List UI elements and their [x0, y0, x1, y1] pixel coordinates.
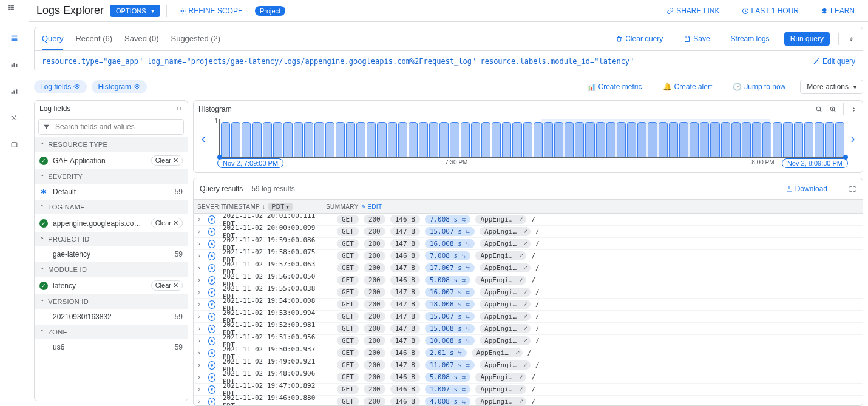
- useragent-tag[interactable]: AppEngine-Go…⤢: [475, 251, 526, 260]
- histogram-bar[interactable]: [388, 122, 397, 157]
- facet-group-header[interactable]: ⌃ RESOURCE TYPE: [35, 137, 188, 152]
- learn-button[interactable]: LEARN: [815, 4, 861, 18]
- histogram-bar[interactable]: [502, 122, 511, 157]
- clear-filter-chip[interactable]: Clear ✕: [151, 155, 183, 166]
- nav-storage-icon[interactable]: [7, 137, 22, 152]
- stream-logs-button[interactable]: Stream logs: [725, 32, 776, 46]
- col-timestamp[interactable]: TIMESTAMP ↓ PDT ▾: [219, 203, 322, 211]
- time-range-button[interactable]: LAST 1 HOUR: [736, 4, 805, 18]
- facet-group-header[interactable]: ⌃ ZONE: [35, 325, 188, 339]
- more-actions-button[interactable]: More actions: [800, 80, 863, 94]
- histogram-bar[interactable]: [439, 122, 449, 157]
- nav-dashboards-icon[interactable]: [7, 57, 22, 72]
- facet-group-header[interactable]: ⌃ VERSION ID: [35, 294, 188, 309]
- useragent-tag[interactable]: AppEngine-Go…⤢: [472, 348, 523, 357]
- histogram-bar[interactable]: [512, 122, 521, 157]
- clear-query-button[interactable]: Clear query: [609, 32, 669, 46]
- histogram-bar[interactable]: [346, 122, 355, 157]
- useragent-tag[interactable]: AppEngine-Go…⤢: [475, 276, 526, 285]
- facet-item[interactable]: ✓appengine.googleapis.com/requ…Clear ✕: [35, 214, 188, 232]
- histogram-bar[interactable]: [283, 122, 293, 157]
- expand-row-icon[interactable]: ›: [194, 215, 205, 223]
- expand-row-icon[interactable]: ›: [194, 325, 205, 333]
- histogram-selection[interactable]: [541, 119, 770, 157]
- facet-item[interactable]: 20210930t16383259: [35, 309, 188, 325]
- expand-row-icon[interactable]: ›: [194, 264, 205, 272]
- useragent-tag[interactable]: AppEngine-Go…⤢: [475, 373, 526, 382]
- run-query-button[interactable]: Run query: [784, 32, 830, 46]
- query-string-input[interactable]: resource.type="gae_app" log_name="projec…: [35, 50, 863, 72]
- tab-query[interactable]: Query: [42, 27, 63, 50]
- histogram-bar[interactable]: [492, 122, 501, 157]
- expand-row-icon[interactable]: ›: [194, 349, 205, 357]
- histogram-bar[interactable]: [773, 122, 782, 157]
- histogram-bar[interactable]: [398, 122, 407, 157]
- useragent-tag[interactable]: AppEngine-Go…⤢: [480, 360, 531, 370]
- histogram-bar[interactable]: [481, 122, 490, 157]
- facet-group-header[interactable]: ⌃ LOG NAME: [35, 200, 188, 214]
- histogram-next[interactable]: ›: [846, 132, 860, 146]
- histogram-bar[interactable]: [409, 122, 418, 157]
- expand-row-icon[interactable]: ›: [194, 313, 205, 320]
- histogram-bar[interactable]: [356, 122, 365, 157]
- useragent-tag[interactable]: AppEngine-Go…⤢: [480, 336, 531, 345]
- facet-item[interactable]: us659: [35, 339, 188, 355]
- histogram-chart[interactable]: Nov 2, 7:09:00 PM Nov 2, 8:09:30 PM 7:30…: [219, 119, 846, 158]
- histogram-bar[interactable]: [252, 122, 261, 157]
- useragent-tag[interactable]: AppEngine-Go…⤢: [480, 324, 531, 333]
- log-row[interactable]: ›✱2021-11-02 19:46:00.880 PDTGET200146 B…: [194, 396, 863, 405]
- facet-item[interactable]: ✓GAE ApplicationClear ✕: [35, 152, 188, 169]
- histogram-bar[interactable]: [263, 122, 272, 157]
- expand-row-icon[interactable]: ›: [194, 373, 205, 381]
- tab-saved[interactable]: Saved (0): [124, 27, 158, 50]
- histogram-bar[interactable]: [825, 122, 834, 157]
- timezone-chip[interactable]: PDT ▾: [268, 203, 293, 211]
- histogram-bar[interactable]: [471, 122, 480, 157]
- expand-row-icon[interactable]: ›: [194, 398, 205, 405]
- histogram-bar[interactable]: [231, 122, 240, 157]
- useragent-tag[interactable]: AppEngine-Go…⤢: [475, 385, 526, 394]
- expand-toggle-icon[interactable]: [850, 106, 858, 113]
- useragent-tag[interactable]: AppEngine-Go…⤢: [480, 300, 531, 309]
- histogram-bar[interactable]: [835, 122, 844, 157]
- useragent-tag[interactable]: AppEngine-Go…⤢: [475, 397, 526, 405]
- histogram-bar[interactable]: [377, 122, 386, 157]
- histogram-bar[interactable]: [461, 122, 470, 157]
- zoom-in-icon[interactable]: [829, 106, 837, 113]
- jump-to-now-button[interactable]: 🕒Jump to now: [727, 80, 792, 93]
- facet-item[interactable]: ✱Default59: [35, 184, 188, 200]
- histogram-bar[interactable]: [294, 122, 303, 157]
- options-button[interactable]: OPTIONS: [110, 5, 160, 17]
- histogram-bar[interactable]: [429, 122, 438, 157]
- search-input[interactable]: [54, 122, 180, 132]
- project-chip[interactable]: Project: [255, 6, 285, 16]
- expand-row-icon[interactable]: ›: [194, 300, 205, 308]
- share-link-button[interactable]: SHARE LINK: [660, 4, 725, 18]
- histogram-bar[interactable]: [450, 122, 459, 157]
- histogram-bar[interactable]: [783, 122, 792, 157]
- facet-group-header[interactable]: ⌃ MODULE ID: [35, 262, 188, 277]
- histogram-bar[interactable]: [419, 122, 428, 157]
- useragent-tag[interactable]: AppEngine-Go…⤢: [475, 215, 526, 224]
- histogram-bar[interactable]: [221, 122, 230, 157]
- expand-toggle-icon[interactable]: [847, 35, 855, 43]
- chip-histogram[interactable]: Histogram 👁: [92, 80, 147, 93]
- histogram-bar[interactable]: [304, 122, 313, 157]
- log-fields-search[interactable]: [38, 119, 184, 135]
- histogram-bar[interactable]: [336, 122, 345, 157]
- edit-columns-button[interactable]: ✎EDIT: [361, 203, 382, 210]
- code-icon[interactable]: [175, 105, 183, 112]
- useragent-tag[interactable]: AppEngine-Go…⤢: [480, 227, 531, 236]
- zoom-out-icon[interactable]: [815, 106, 823, 113]
- expand-row-icon[interactable]: ›: [194, 252, 205, 260]
- create-metric-button[interactable]: 📊Create metric: [581, 80, 648, 93]
- histogram-bar[interactable]: [794, 122, 803, 157]
- expand-row-icon[interactable]: ›: [194, 276, 205, 284]
- nav-shuffle-icon[interactable]: [7, 110, 22, 125]
- save-query-button[interactable]: Save: [677, 32, 716, 46]
- histogram-bar[interactable]: [273, 122, 282, 157]
- expand-row-icon[interactable]: ›: [194, 228, 205, 235]
- histogram-bar[interactable]: [804, 122, 813, 157]
- useragent-tag[interactable]: AppEngine-Go…⤢: [480, 263, 531, 272]
- histogram-bar[interactable]: [242, 122, 251, 157]
